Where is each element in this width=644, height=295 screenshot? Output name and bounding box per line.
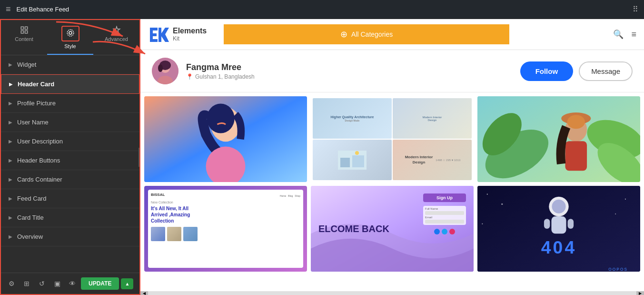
project-card-4[interactable]: BISSAL HomeBlogShop New Collection It's … — [144, 186, 307, 272]
card2-item-3 — [313, 140, 392, 180]
sidebar-item-overview[interactable]: ▶ Overview — [1, 227, 139, 246]
main-layout: Content Style Advanced ▶ Wid — [0, 19, 644, 295]
logo-text-area: Elements Kit — [173, 27, 207, 42]
projects-grid: Higher Quality ArchitectureDesign Made M… — [140, 92, 644, 275]
tab-content-label: Content — [15, 36, 33, 42]
location-pin-icon: 📍 — [186, 73, 193, 80]
bissal-product-images — [151, 227, 300, 241]
svg-point-27 — [567, 115, 585, 129]
sidebar-item-label: Feed Card — [17, 195, 46, 202]
card6-bg: 404 OOPOS — [477, 186, 640, 272]
chevron-icon: ▶ — [9, 101, 12, 106]
chevron-icon: ▶ — [9, 120, 12, 125]
chevron-icon: ▶ — [9, 215, 12, 220]
tab-advanced-label: Advanced — [105, 36, 128, 42]
card2-item-1: Higher Quality ArchitectureDesign Made — [313, 98, 392, 139]
scroll-right-button[interactable]: ▶ — [636, 291, 644, 295]
svg-rect-2 — [21, 31, 23, 33]
layers-icon[interactable]: ⊞ — [20, 277, 33, 290]
chevron-icon: ▶ — [9, 196, 12, 201]
sidebar-item-widget[interactable]: ▶ Widget — [1, 55, 139, 74]
sidebar-item-feed-card[interactable]: ▶ Feed Card — [1, 189, 139, 208]
bissal-tagline: It's All New, It All Arrived ,Amazing Co… — [151, 205, 300, 224]
sidebar-item-label: Profile Picture — [17, 100, 56, 107]
project-card-2[interactable]: Higher Quality ArchitectureDesign Made M… — [311, 96, 474, 182]
responsive-icon[interactable]: ▣ — [50, 277, 64, 290]
card3-illustration — [477, 96, 640, 182]
update-button[interactable]: UPDATE — [81, 277, 119, 290]
grid-icon[interactable]: ⠿ — [633, 5, 638, 14]
bottom-scrollbar[interactable]: ◀ ▶ — [140, 291, 644, 295]
chevron-icon: ▶ — [9, 81, 13, 87]
sidebar-items: ▶ Widget ▶ Header Card ▶ Profile Picture… — [1, 55, 139, 273]
sidebar-item-label: Header Card — [18, 81, 54, 88]
project-card-6[interactable]: 404 OOPOS — [477, 186, 640, 272]
tab-style[interactable]: Style — [47, 20, 93, 55]
all-categories-button[interactable]: ⊕ All Categories — [224, 24, 509, 44]
sidebar-item-cards-container[interactable]: ▶ Cards Container — [1, 170, 139, 189]
sidebar-tabs: Content Style Advanced — [1, 20, 139, 55]
sidebar-item-user-description[interactable]: ▶ User Description — [1, 132, 139, 151]
svg-rect-40 — [568, 219, 574, 229]
profile-info: Fangma Mree 📍 Gulshan 1, Bangladesh — [186, 62, 513, 80]
sidebar-item-header-buttons[interactable]: ▶ Header Buttons — [1, 151, 139, 170]
follow-button[interactable]: Follow — [520, 61, 574, 81]
chevron-icon: ▶ — [9, 139, 12, 144]
svg-point-14 — [207, 103, 235, 133]
bissal-brand: BISSAL — [151, 193, 165, 197]
welcome-text: ELCOME BACK — [318, 224, 389, 234]
content-area: Elements Kit ⊕ All Categories 🔍 ≡ — [140, 19, 644, 295]
svg-text:OOPOS: OOPOS — [608, 267, 628, 272]
svg-rect-38 — [551, 216, 566, 234]
sidebar-item-profile-picture[interactable]: ▶ Profile Picture — [1, 94, 139, 113]
project-card-5[interactable]: ELCOME BACK Sign Up Full Name Email — [311, 186, 474, 272]
hamburger-icon[interactable]: ≡ — [6, 4, 11, 14]
scroll-left-button[interactable]: ◀ — [140, 291, 148, 295]
header-icons: 🔍 ≡ — [605, 29, 644, 40]
sidebar-item-user-name[interactable]: ▶ User Name — [1, 113, 139, 132]
sidebar-item-label: Overview — [17, 233, 43, 240]
logo-area: Elements Kit — [140, 19, 214, 50]
behance-content: Fangma Mree 📍 Gulshan 1, Bangladesh Foll… — [140, 50, 644, 291]
settings-icon[interactable]: ⚙ — [5, 277, 18, 290]
update-arrow-button[interactable]: ▲ — [121, 278, 133, 289]
profile-location: 📍 Gulshan 1, Bangladesh — [186, 73, 513, 80]
svg-rect-18 — [352, 155, 364, 167]
profile-section: Fangma Mree 📍 Gulshan 1, Bangladesh Foll… — [140, 50, 644, 92]
sidebar-item-label: Header Buttons — [17, 157, 60, 164]
sidebar-item-label: User Name — [17, 119, 49, 126]
svg-rect-1 — [25, 27, 27, 29]
search-icon[interactable]: 🔍 — [613, 29, 624, 40]
sidebar-item-label: Card Title — [17, 214, 44, 221]
svg-rect-39 — [544, 219, 550, 229]
menu-icon[interactable]: ≡ — [631, 30, 636, 40]
plus-circle-icon: ⊕ — [340, 29, 347, 40]
tab-content[interactable]: Content — [1, 20, 47, 55]
tab-style-label: Style — [64, 43, 76, 49]
svg-rect-0 — [21, 27, 23, 29]
chevron-icon: ▶ — [9, 234, 12, 239]
message-button[interactable]: Message — [579, 61, 633, 81]
history-icon[interactable]: ↺ — [35, 277, 49, 290]
preview-icon[interactable]: 👁 — [66, 277, 79, 290]
tab-advanced[interactable]: Advanced — [93, 20, 139, 55]
collapse-handle[interactable]: ◀ — [139, 148, 140, 167]
chevron-icon: ▶ — [9, 158, 12, 163]
chevron-icon: ▶ — [9, 177, 12, 182]
sidebar-item-label: Widget — [17, 61, 36, 68]
profile-location-text: Gulshan 1, Bangladesh — [195, 73, 255, 80]
svg-point-34 — [615, 214, 616, 214]
sidebar-bottom: ⚙ ⊞ ↺ ▣ 👁 UPDATE ▲ — [1, 273, 139, 294]
svg-point-32 — [501, 203, 503, 205]
svg-point-37 — [552, 200, 565, 214]
signup-box[interactable]: Sign Up — [423, 193, 466, 202]
logo-sub: Kit — [173, 35, 207, 42]
sidebar: Content Style Advanced ▶ Wid — [0, 19, 140, 295]
card2-item-2: Modern InteriorDesign — [393, 98, 472, 139]
sidebar-item-header-card[interactable]: ▶ Header Card — [1, 74, 139, 94]
preview-header: Elements Kit ⊕ All Categories 🔍 ≡ — [140, 19, 644, 50]
project-card-1[interactable] — [144, 96, 307, 182]
svg-rect-3 — [25, 31, 27, 33]
project-card-3[interactable] — [477, 96, 640, 182]
sidebar-item-card-title[interactable]: ▶ Card Title — [1, 208, 139, 227]
